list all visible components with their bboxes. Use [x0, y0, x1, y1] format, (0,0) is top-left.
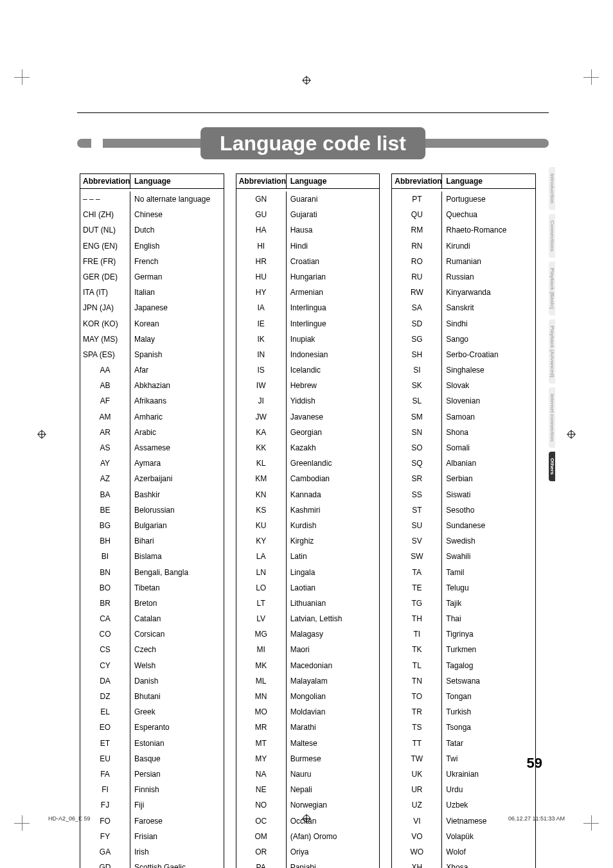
cell-abbreviation: BO	[80, 580, 130, 596]
cell-language: Japanese	[130, 300, 224, 315]
table-row: MNMongolian	[236, 689, 380, 704]
cell-language: Nauru	[287, 766, 380, 782]
side-tab[interactable]: Others	[549, 452, 555, 481]
table-row: RWKinyarwanda	[392, 285, 535, 300]
cell-abbreviation: AB	[80, 378, 130, 393]
table-row: IWHebrew	[236, 378, 380, 393]
cell-language: Tongan	[442, 689, 535, 704]
crop-mark-icon	[14, 815, 30, 831]
cell-abbreviation: ET	[80, 736, 130, 751]
table-row: SOSomali	[392, 440, 535, 456]
table-row: HIHindi	[236, 238, 380, 254]
table-row: IEInterlingue	[236, 316, 380, 332]
cell-abbreviation: CY	[80, 658, 130, 673]
cell-language: Wolof	[442, 844, 535, 860]
cell-language: Indonesian	[287, 347, 380, 362]
cell-abbreviation: KS	[236, 502, 287, 518]
cell-language: Tigrinya	[442, 626, 535, 642]
cell-language: Hebrew	[287, 378, 380, 393]
cell-abbreviation: BR	[80, 596, 130, 611]
cell-language: Sanskrit	[442, 300, 535, 315]
column-rows: GNGuaraniGUGujaratiHAHausaHIHindiHRCroat…	[236, 189, 380, 868]
table-row: GAIrish	[80, 844, 224, 860]
cell-language: Tibetan	[130, 580, 224, 596]
cell-abbreviation: MI	[236, 642, 287, 657]
cell-abbreviation: TK	[392, 642, 442, 657]
cell-language: Mongolian	[287, 689, 380, 704]
table-row: KNKannada	[236, 487, 380, 502]
table-row: SPA (ES)Spanish	[80, 347, 224, 362]
cell-language: Malayalam	[287, 673, 380, 689]
cell-abbreviation: LT	[236, 596, 287, 611]
cell-abbreviation: PA	[236, 860, 287, 868]
cell-abbreviation: SG	[392, 332, 442, 347]
cell-language: Azerbaijani	[130, 471, 224, 486]
cell-abbreviation: IE	[236, 316, 287, 332]
table-row: SASanskrit	[392, 300, 535, 315]
table-row: BIBislama	[80, 549, 224, 564]
cell-language: Kinyarwanda	[442, 285, 535, 300]
cell-language: Portuguese	[442, 191, 535, 207]
cell-language: Georgian	[287, 425, 380, 440]
table-row: THThai	[392, 611, 535, 626]
cell-language: French	[130, 254, 224, 269]
cell-abbreviation: OM	[236, 829, 287, 844]
side-tab[interactable]: Playback (Basic)	[549, 261, 555, 315]
side-tabs: IntroductionConnectionsPlayback (Basic)P…	[549, 167, 559, 485]
table-row: AYAymara	[80, 456, 224, 471]
cell-language: Kashmiri	[287, 502, 380, 518]
crop-mark-icon	[583, 69, 599, 85]
table-row: INIndonesian	[236, 347, 380, 362]
table-row: RORumanian	[392, 254, 535, 269]
side-tab[interactable]: Introduction	[549, 167, 555, 210]
cell-language: Swahili	[442, 549, 535, 564]
cell-abbreviation: JPN (JA)	[80, 300, 130, 315]
cell-abbreviation: SQ	[392, 456, 442, 471]
cell-abbreviation: DUT (NL)	[80, 222, 130, 238]
cell-abbreviation: RM	[392, 222, 442, 238]
cell-language: Breton	[130, 596, 224, 611]
cell-language: Bengali, Bangla	[130, 565, 224, 580]
cell-abbreviation: NA	[236, 766, 287, 782]
table-row: ELGreek	[80, 704, 224, 720]
cell-language: Dutch	[130, 222, 224, 238]
cell-language: Greek	[130, 704, 224, 720]
table-row: KAGeorgian	[236, 425, 380, 440]
table-row: UKUkrainian	[392, 766, 535, 782]
cell-abbreviation: AA	[80, 362, 130, 378]
language-column: AbbreviationLanguage– – –No alternate la…	[80, 173, 224, 868]
side-tab[interactable]: Playback (Advanced)	[549, 319, 555, 384]
cell-language: Turkish	[442, 704, 535, 720]
table-row: TETelugu	[392, 580, 535, 596]
cell-abbreviation: SS	[392, 487, 442, 502]
cell-language: Hindi	[287, 238, 380, 254]
cell-abbreviation: TT	[392, 736, 442, 751]
cell-abbreviation: BH	[80, 533, 130, 549]
table-row: RURussian	[392, 269, 535, 285]
table-row: TWTwi	[392, 751, 535, 766]
cell-abbreviation: DA	[80, 673, 130, 689]
cell-language: Macedonian	[287, 658, 380, 673]
table-row: TRTurkish	[392, 704, 535, 720]
table-row: FAPersian	[80, 766, 224, 782]
cell-language: Lingala	[287, 565, 380, 580]
table-row: QUQuechua	[392, 207, 535, 222]
cell-language: (Afan) Oromo	[287, 829, 380, 844]
side-tab[interactable]: Internet connection	[549, 387, 555, 448]
cell-abbreviation: SU	[392, 518, 442, 533]
crop-mark-icon	[583, 815, 599, 831]
cell-language: Kurdish	[287, 518, 380, 533]
table-row: CHI (ZH)Chinese	[80, 207, 224, 222]
cell-abbreviation: KY	[236, 533, 287, 549]
cell-abbreviation: QU	[392, 207, 442, 222]
table-row: MRMarathi	[236, 720, 380, 735]
cell-abbreviation: EL	[80, 704, 130, 720]
side-tab[interactable]: Connections	[549, 214, 555, 258]
cell-language: Fiji	[130, 797, 224, 813]
cell-abbreviation: SN	[392, 425, 442, 440]
cell-abbreviation: MY	[236, 751, 287, 766]
cell-language: Afar	[130, 362, 224, 378]
cell-language: Singhalese	[442, 362, 535, 378]
cell-abbreviation: SO	[392, 440, 442, 456]
cell-language: Marathi	[287, 720, 380, 735]
